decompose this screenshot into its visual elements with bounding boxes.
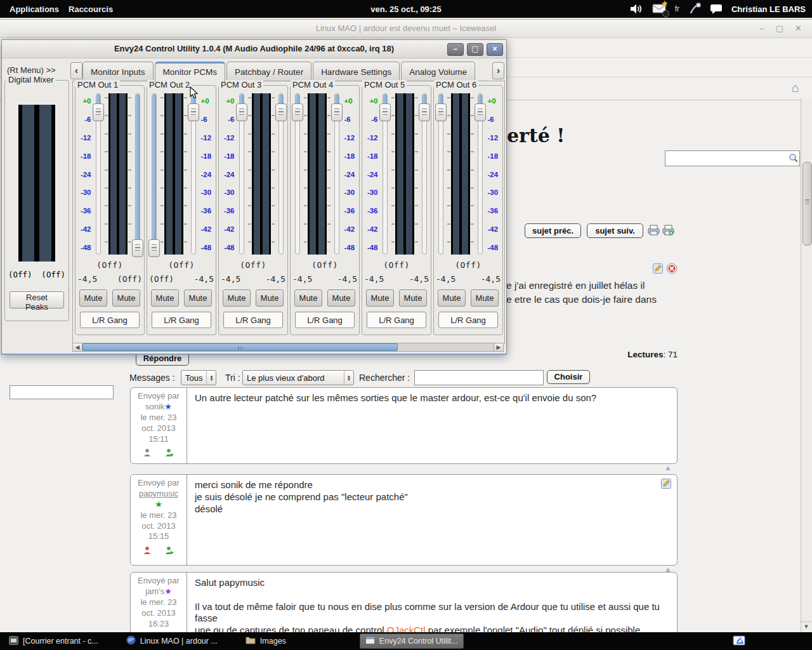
- lr-gang-button[interactable]: L/R Gang: [152, 312, 211, 328]
- mute-button-left[interactable]: Mute: [79, 289, 107, 307]
- volume-slider-right[interactable]: [331, 93, 343, 255]
- minimize-icon[interactable]: –: [447, 43, 464, 56]
- tabs-scroll-right-icon[interactable]: ›: [492, 62, 504, 79]
- mute-button-left[interactable]: Mute: [438, 289, 466, 307]
- tab-patchbay-router[interactable]: Patchbay / Router: [226, 62, 311, 82]
- volume-slider-left[interactable]: [148, 93, 160, 255]
- maximize-icon[interactable]: ▢: [467, 43, 483, 56]
- sort-select[interactable]: Le plus vieux d'abord ▲▼: [242, 370, 354, 385]
- volume-slider-left[interactable]: [379, 93, 391, 255]
- lr-gang-button[interactable]: L/R Gang: [438, 312, 498, 328]
- maximize-icon[interactable]: ▢: [776, 20, 783, 37]
- mute-button-right[interactable]: Mute: [399, 289, 427, 307]
- messages-filter-select[interactable]: Tous ▲▼: [181, 370, 216, 385]
- prev-topic-button[interactable]: sujet préc.: [525, 223, 581, 238]
- stylus-icon[interactable]: [688, 3, 701, 15]
- taskbar-item-1[interactable]: [Courrier entrant - c...: [4, 634, 103, 649]
- tab-monitor-inputs[interactable]: Monitor Inputs: [82, 62, 154, 82]
- scroll-left-icon[interactable]: ◀: [73, 343, 82, 351]
- tab-hardware-settings[interactable]: Hardware Settings: [313, 62, 400, 82]
- slider-handle[interactable]: [188, 103, 199, 121]
- scrollbar-thumb[interactable]: [802, 162, 812, 246]
- delete-post-icon[interactable]: [666, 263, 678, 274]
- slider-handle[interactable]: [132, 239, 143, 257]
- mute-button-left[interactable]: Mute: [151, 289, 179, 307]
- choose-button[interactable]: Choisir: [547, 370, 590, 384]
- volume-slider-left[interactable]: [236, 93, 247, 255]
- mute-button-right[interactable]: Mute: [184, 289, 212, 307]
- send-message-icon[interactable]: [164, 448, 174, 460]
- mute-button-right[interactable]: Mute: [327, 289, 355, 307]
- scroll-right-icon[interactable]: ▶: [494, 343, 503, 351]
- slider-handle[interactable]: [148, 239, 160, 257]
- tab-analog-volume[interactable]: Analog Volume: [401, 62, 475, 82]
- next-topic-button[interactable]: sujet suiv.: [587, 223, 643, 238]
- scrollbar-thumb[interactable]: [82, 343, 398, 351]
- author-link[interactable]: jam's: [145, 587, 164, 596]
- taskbar-item-4[interactable]: Envy24 Control Utilit...: [360, 633, 464, 649]
- volume-slider-left[interactable]: [292, 93, 303, 255]
- slider-handle[interactable]: [331, 103, 343, 121]
- volume-slider-left[interactable]: [93, 93, 104, 255]
- minimize-icon[interactable]: –: [760, 20, 764, 37]
- envy24-titlebar[interactable]: Envy24 Control Utility 1.0.4 (M Audio Au…: [2, 40, 506, 58]
- tray-window-icon[interactable]: [733, 635, 747, 647]
- browser-scrollbar[interactable]: ▼: [801, 98, 812, 632]
- chat-bubble-icon[interactable]: [710, 4, 723, 15]
- slider-handle[interactable]: [475, 103, 486, 121]
- slider-handle[interactable]: [419, 103, 430, 121]
- browser-titlebar[interactable]: Linux MAO | ardour est devenu muet – Ice…: [0, 20, 812, 38]
- slider-handle[interactable]: [236, 103, 247, 121]
- volume-icon[interactable]: [629, 3, 643, 15]
- close-icon[interactable]: ×: [487, 43, 503, 56]
- author-link[interactable]: sonik: [145, 402, 164, 411]
- volume-slider-right[interactable]: [275, 93, 287, 255]
- taskbar-item-3[interactable]: Images: [240, 634, 291, 648]
- lr-gang-button[interactable]: L/R Gang: [80, 312, 140, 328]
- taskbar-item-2[interactable]: Linux MAO | ardour ...: [121, 633, 223, 649]
- print-icon[interactable]: [648, 225, 660, 235]
- edit-message-icon[interactable]: [661, 479, 672, 489]
- send-message-icon[interactable]: [164, 546, 174, 558]
- volume-slider-right[interactable]: [132, 93, 143, 255]
- home-icon[interactable]: ⌂: [792, 81, 799, 95]
- mute-button-left[interactable]: Mute: [294, 289, 322, 307]
- mute-button-left[interactable]: Mute: [366, 289, 394, 307]
- reset-peaks-button[interactable]: Reset Peaks: [10, 291, 64, 308]
- scroll-down-icon[interactable]: ▼: [801, 621, 811, 632]
- scroll-top-icon[interactable]: ▲: [664, 463, 672, 472]
- tab-monitor-pcms[interactable]: Monitor PCMs: [155, 62, 226, 82]
- mute-button-right[interactable]: Mute: [112, 289, 140, 307]
- volume-slider-left[interactable]: [435, 93, 447, 255]
- lr-gang-button[interactable]: L/R Gang: [223, 312, 283, 328]
- volume-slider-right[interactable]: [188, 93, 199, 255]
- slider-handle[interactable]: [435, 103, 447, 121]
- lr-gang-button[interactable]: L/R Gang: [367, 312, 426, 328]
- lr-gang-button[interactable]: L/R Gang: [295, 312, 355, 328]
- mute-button-right[interactable]: Mute: [256, 289, 284, 307]
- scroll-top-icon[interactable]: ▲: [664, 565, 672, 574]
- print-add-icon[interactable]: [662, 225, 674, 235]
- slider-handle[interactable]: [275, 103, 287, 121]
- user-menu[interactable]: Christian LE BARS: [731, 4, 806, 14]
- volume-slider-right[interactable]: [475, 93, 486, 255]
- mail-notification-icon[interactable]: ★: [652, 3, 666, 15]
- volume-slider-right[interactable]: [419, 93, 430, 255]
- mute-button-left[interactable]: Mute: [223, 289, 251, 307]
- slider-handle[interactable]: [93, 103, 104, 121]
- bookmark-name-input[interactable]: [10, 385, 114, 399]
- search-messages-input[interactable]: [414, 370, 544, 385]
- slider-handle[interactable]: [379, 103, 391, 121]
- slider-handle[interactable]: [292, 103, 303, 121]
- close-icon[interactable]: ✕: [795, 20, 802, 37]
- site-search-icon[interactable]: [789, 153, 799, 163]
- site-search-input[interactable]: [665, 150, 800, 166]
- author-link[interactable]: papymusic: [139, 489, 178, 498]
- edit-post-icon[interactable]: [653, 263, 664, 274]
- keyboard-layout[interactable]: fr: [675, 4, 679, 13]
- profile-person-icon[interactable]: [143, 546, 153, 558]
- profile-person-icon[interactable]: [143, 448, 153, 460]
- mute-button-right[interactable]: Mute: [471, 289, 499, 307]
- tabs-scroll-left-icon[interactable]: ‹: [70, 62, 82, 79]
- horizontal-scrollbar[interactable]: ◀ ▶: [72, 343, 504, 352]
